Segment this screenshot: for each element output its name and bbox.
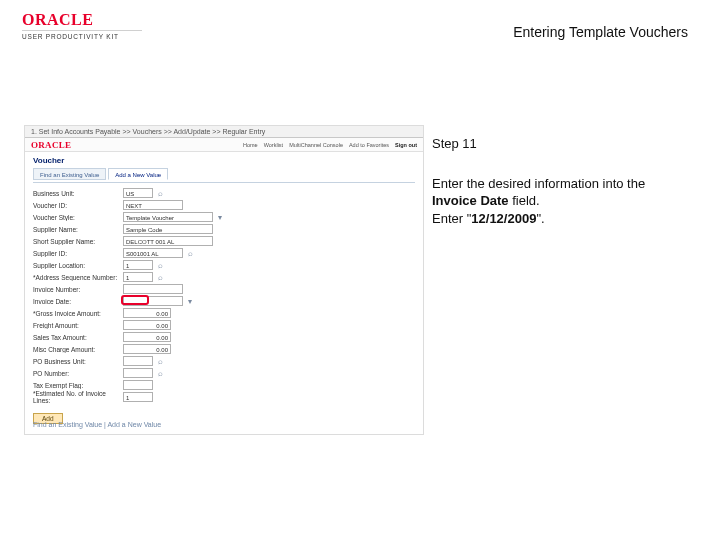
lookup-icon[interactable]: ⌕ [155, 188, 165, 198]
input-tax-exempt-flag[interactable] [123, 380, 153, 390]
tab-find-existing[interactable]: Find an Existing Value [33, 168, 106, 180]
nav-worklist[interactable]: Worklist [264, 142, 283, 148]
page-heading: Voucher [25, 152, 423, 168]
label-est-lines: *Estimated No. of Invoice Lines: [33, 390, 123, 404]
nav-multichannel[interactable]: MultiChannel Console [289, 142, 343, 148]
screenshot-panel: 1. Set Info Accounts Payable >> Vouchers… [24, 125, 424, 435]
label-supplier-location: Supplier Location: [33, 262, 123, 269]
label-invoice-number: Invoice Number: [33, 286, 123, 293]
row-invoice-date: Invoice Date: ▾ [25, 295, 423, 307]
label-sales-tax-amount: Sales Tax Amount: [33, 334, 123, 341]
row-supplier-location: Supplier Location: 1 ⌕ [25, 259, 423, 271]
input-address-seq[interactable]: 1 [123, 272, 153, 282]
row-freight-amount: Freight Amount: 0.00 [25, 319, 423, 331]
label-voucher-style: Voucher Style: [33, 214, 123, 221]
lookup-icon[interactable]: ⌕ [155, 368, 165, 378]
label-business-unit: Business Unit: [33, 190, 123, 197]
tab-strip: Find an Existing Value Add a New Value [25, 168, 423, 180]
label-supplier-id: Supplier ID: [33, 250, 123, 257]
lookup-icon[interactable]: ⌕ [185, 248, 195, 258]
label-short-supplier-name: Short Supplier Name: [33, 238, 123, 245]
calendar-icon[interactable]: ▾ [185, 296, 195, 306]
instruction-line1c: field. [509, 193, 540, 208]
row-po-number: PO Number: ⌕ [25, 367, 423, 379]
instruction-bold-field: Invoice Date [432, 193, 509, 208]
input-supplier-name[interactable]: Sample Code [123, 224, 213, 234]
instruction-line2a: Enter " [432, 211, 471, 226]
input-supplier-location[interactable]: 1 [123, 260, 153, 270]
row-est-lines: *Estimated No. of Invoice Lines: 1 [25, 391, 423, 403]
row-address-seq: *Address Sequence Number: 1 ⌕ [25, 271, 423, 283]
label-voucher-id: Voucher ID: [33, 202, 123, 209]
oracle-logo: ORACLE [22, 12, 142, 27]
page-title: Entering Template Vouchers [513, 24, 688, 40]
select-voucher-style[interactable]: Template Voucher [123, 212, 213, 222]
row-supplier-id: Supplier ID: S001001 AL ⌕ [25, 247, 423, 259]
label-po-business-unit: PO Business Unit: [33, 358, 123, 365]
input-misc-charge-amount[interactable]: 0.00 [123, 344, 171, 354]
nav-home[interactable]: Home [243, 142, 258, 148]
instruction-line1a: Enter the desired information into the [432, 176, 645, 191]
instruction-line2c: ". [536, 211, 544, 226]
lookup-icon[interactable]: ⌕ [155, 272, 165, 282]
input-po-business-unit[interactable] [123, 356, 153, 366]
instruction-bold-value: 12/12/2009 [471, 211, 536, 226]
nav-signout[interactable]: Sign out [395, 142, 417, 148]
label-invoice-date: Invoice Date: [33, 298, 123, 305]
input-est-lines[interactable]: 1 [123, 392, 153, 402]
nav-favorites[interactable]: Add to Favorites [349, 142, 389, 148]
upk-subtitle: USER PRODUCTIVITY KIT [22, 33, 142, 40]
row-gross-invoice-amount: *Gross Invoice Amount: 0.00 [25, 307, 423, 319]
lookup-icon[interactable]: ⌕ [155, 356, 165, 366]
lookup-icon[interactable]: ⌕ [155, 260, 165, 270]
row-voucher-id: Voucher ID: NEXT [25, 199, 423, 211]
label-gross-invoice-amount: *Gross Invoice Amount: [33, 310, 123, 317]
input-gross-invoice-amount[interactable]: 0.00 [123, 308, 171, 318]
instruction-text: Enter the desired information into the I… [432, 175, 690, 228]
topnav-links: Home Worklist MultiChannel Console Add t… [243, 142, 417, 148]
oracle-logo-block: ORACLE USER PRODUCTIVITY KIT [22, 12, 142, 40]
row-invoice-number: Invoice Number: [25, 283, 423, 295]
app-topnav: ORACLE Home Worklist MultiChannel Consol… [25, 138, 423, 152]
row-po-business-unit: PO Business Unit: ⌕ [25, 355, 423, 367]
label-po-number: PO Number: [33, 370, 123, 377]
input-business-unit[interactable]: US [123, 188, 153, 198]
instruction-panel: Step 11 Enter the desired information in… [432, 135, 690, 227]
footer-tabs-link[interactable]: Find an Existing Value | Add a New Value [33, 421, 161, 428]
tab-add-new[interactable]: Add a New Value [108, 168, 168, 180]
input-sales-tax-amount[interactable]: 0.00 [123, 332, 171, 342]
label-supplier-name: Supplier Name: [33, 226, 123, 233]
row-business-unit: Business Unit: US ⌕ [25, 187, 423, 199]
input-short-supplier-name[interactable]: DELCOTT 001 AL [123, 236, 213, 246]
label-tax-exempt-flag: Tax Exempt Flag: [33, 382, 123, 389]
row-supplier-name: Supplier Name: Sample Code [25, 223, 423, 235]
row-short-supplier-name: Short Supplier Name: DELCOTT 001 AL [25, 235, 423, 247]
chevron-down-icon[interactable]: ▾ [215, 212, 225, 222]
label-misc-charge-amount: Misc Charge Amount: [33, 346, 123, 353]
input-freight-amount[interactable]: 0.00 [123, 320, 171, 330]
input-supplier-id[interactable]: S001001 AL [123, 248, 183, 258]
label-address-seq: *Address Sequence Number: [33, 274, 123, 281]
row-sales-tax-amount: Sales Tax Amount: 0.00 [25, 331, 423, 343]
oracle-logo-small: ORACLE [31, 138, 71, 152]
row-voucher-style: Voucher Style: Template Voucher ▾ [25, 211, 423, 223]
row-misc-charge-amount: Misc Charge Amount: 0.00 [25, 343, 423, 355]
browser-titlebar: 1. Set Info Accounts Payable >> Vouchers… [25, 126, 423, 138]
input-invoice-number[interactable] [123, 284, 183, 294]
input-voucher-id[interactable]: NEXT [123, 200, 183, 210]
page-header: ORACLE USER PRODUCTIVITY KIT Entering Te… [0, 0, 720, 56]
step-label: Step 11 [432, 135, 690, 153]
input-po-number[interactable] [123, 368, 153, 378]
divider [22, 30, 142, 31]
label-freight-amount: Freight Amount: [33, 322, 123, 329]
input-invoice-date[interactable] [123, 296, 183, 306]
tab-underline [33, 182, 415, 183]
